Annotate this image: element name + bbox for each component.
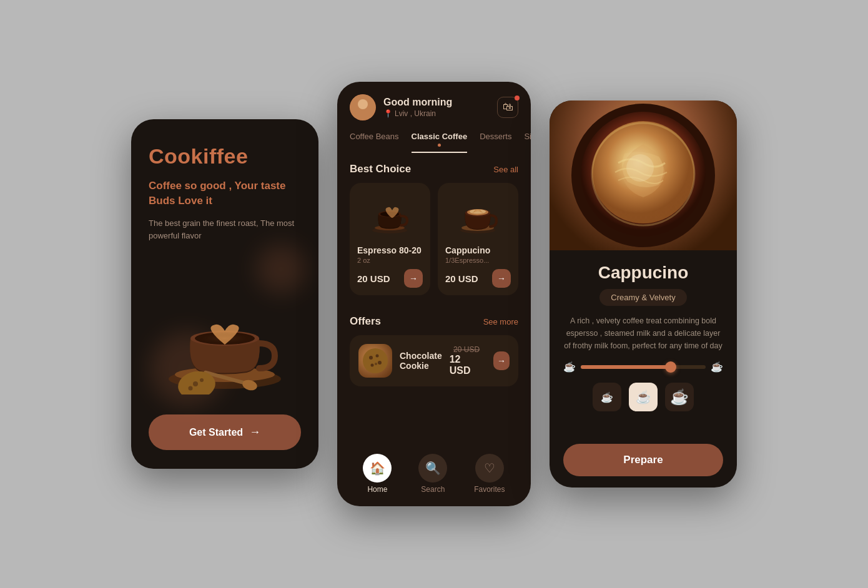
search-icon: 🔍 <box>418 454 447 483</box>
nav-favorites-label: Favorites <box>474 485 505 494</box>
favorites-icon: ♡ <box>475 454 504 483</box>
cappucino-image <box>445 190 511 240</box>
cookie-image <box>358 344 392 378</box>
svg-point-22 <box>363 348 388 373</box>
bean-right-icon: ☕ <box>711 361 723 373</box>
hero-image-area <box>149 249 301 408</box>
best-choice-header: Best Choice See all <box>350 163 518 175</box>
cart-badge <box>515 96 520 100</box>
home-icon: 🏠 <box>363 454 392 483</box>
tab-signature[interactable]: Signatu... <box>524 132 531 153</box>
bag-icon: 🛍 <box>503 101 513 114</box>
screen1-splash: Cookiffee Coffee so good , Your taste Bu… <box>131 119 318 469</box>
screen3-detail: Cappucino Creamy & Velvety A rich , velv… <box>550 100 737 488</box>
slider-thumb[interactable] <box>665 361 676 373</box>
offer-new-price: 12 USD <box>450 354 480 376</box>
svg-point-24 <box>376 355 379 358</box>
offer-card-cookie[interactable]: Chocolate Cookie 20 USD 12 USD → <box>350 335 518 386</box>
svg-point-23 <box>369 356 373 360</box>
offers-section: Offers See more Chocolate Cookie 20 USD … <box>337 305 531 386</box>
see-more-button[interactable]: See more <box>483 317 518 326</box>
product-description: A rich , velvety coffee treat combining … <box>563 315 723 352</box>
prepare-label: Prepare <box>623 454 663 466</box>
best-choice-section: Best Choice See all <box>337 153 531 295</box>
location-text: Lviv , Ukrain <box>395 109 436 118</box>
offer-name: Chocolate Cookie <box>400 351 442 371</box>
see-all-button[interactable]: See all <box>493 165 518 174</box>
size-small-button[interactable]: ☕ <box>593 383 621 411</box>
category-tabs: Coffee Beans Classic Coffee Desserts Sig… <box>337 120 531 153</box>
svg-point-25 <box>378 361 382 365</box>
strength-slider[interactable] <box>581 365 706 369</box>
svg-point-26 <box>371 364 374 367</box>
svg-point-31 <box>626 154 654 182</box>
home-header: Good morning 📍 Lviv , Ukrain 🛍 <box>337 82 531 120</box>
bottom-nav: 🏠 Home 🔍 Search ♡ Favorites <box>337 445 531 506</box>
offers-header: Offers See more <box>350 315 518 328</box>
offer-old-price: 20 USD <box>453 345 480 354</box>
size-large-button[interactable]: ☕ <box>665 383 694 411</box>
offer-info: Chocolate Cookie <box>400 351 442 371</box>
bean-left-icon: ☕ <box>563 361 576 373</box>
svg-point-27 <box>375 363 377 365</box>
hero-coffee-image <box>153 263 297 394</box>
nav-search[interactable]: 🔍 Search <box>418 454 447 494</box>
location: 📍 Lviv , Ukrain <box>383 109 497 118</box>
app-title: Cookiffee <box>149 144 301 169</box>
tagline: Coffee so good , Your taste Buds Love it <box>149 179 301 208</box>
cappucino-price: 20 USD <box>445 273 478 284</box>
location-pin-icon: 📍 <box>383 109 393 118</box>
nav-favorites[interactable]: ♡ Favorites <box>474 454 505 494</box>
offer-prices: 20 USD 12 USD <box>450 345 480 376</box>
detail-body: Cappucino Creamy & Velvety A rich , velv… <box>550 250 737 488</box>
espresso-sub: 2 oz <box>357 257 423 264</box>
cappucino-sub: 1/3Espresso... <box>445 257 511 264</box>
cappucino-name: Cappucino <box>445 245 511 255</box>
arrow-icon: → <box>249 426 260 439</box>
product-tag: Creamy & Velvety <box>599 289 686 306</box>
strength-slider-row: ☕ ☕ <box>563 361 723 373</box>
nav-search-label: Search <box>421 485 445 494</box>
active-tab-indicator <box>438 144 441 147</box>
svg-point-9 <box>200 378 204 382</box>
size-medium-button[interactable]: ☕ <box>629 383 658 411</box>
tab-classic-coffee[interactable]: Classic Coffee <box>412 132 468 153</box>
svg-point-8 <box>193 381 198 386</box>
tab-desserts[interactable]: Desserts <box>480 132 511 153</box>
nav-home[interactable]: 🏠 Home <box>363 454 392 494</box>
svg-point-4 <box>195 332 255 345</box>
cappucino-hero-image <box>556 100 731 250</box>
screen2-home: Good morning 📍 Lviv , Ukrain 🛍 Coffee Be… <box>337 82 531 506</box>
tab-coffee-beans[interactable]: Coffee Beans <box>350 132 399 153</box>
get-started-label: Get Started <box>189 427 243 438</box>
offers-title: Offers <box>350 315 381 328</box>
greeting-area: Good morning 📍 Lviv , Ukrain <box>376 97 497 118</box>
espresso-arrow-button[interactable]: → <box>404 269 423 288</box>
product-card-espresso[interactable]: Espresso 80-20 2 oz 20 USD → <box>350 183 430 295</box>
description: The best grain the finest roast, The mos… <box>149 217 301 243</box>
offer-arrow-button[interactable]: → <box>493 351 510 370</box>
prepare-button[interactable]: Prepare <box>563 444 723 476</box>
slider-fill <box>581 365 671 369</box>
product-card-cappucino[interactable]: Cappucino 1/3Espresso... 20 USD → <box>438 183 518 295</box>
espresso-image <box>357 190 423 240</box>
cart-button[interactable]: 🛍 <box>497 97 518 118</box>
size-options: ☕ ☕ ☕ <box>563 383 723 411</box>
cappucino-arrow-button[interactable]: → <box>492 269 511 288</box>
best-choice-title: Best Choice <box>350 163 411 175</box>
get-started-button[interactable]: Get Started → <box>149 414 301 450</box>
avatar[interactable] <box>350 94 376 120</box>
product-detail-name: Cappucino <box>563 263 723 283</box>
espresso-price: 20 USD <box>357 273 390 284</box>
svg-point-10 <box>189 386 193 390</box>
svg-point-12 <box>358 99 368 109</box>
products-list: Espresso 80-20 2 oz 20 USD → <box>350 183 518 295</box>
greeting-text: Good morning <box>383 97 497 108</box>
detail-hero <box>550 100 737 250</box>
nav-home-label: Home <box>367 485 387 494</box>
espresso-name: Espresso 80-20 <box>357 245 423 255</box>
